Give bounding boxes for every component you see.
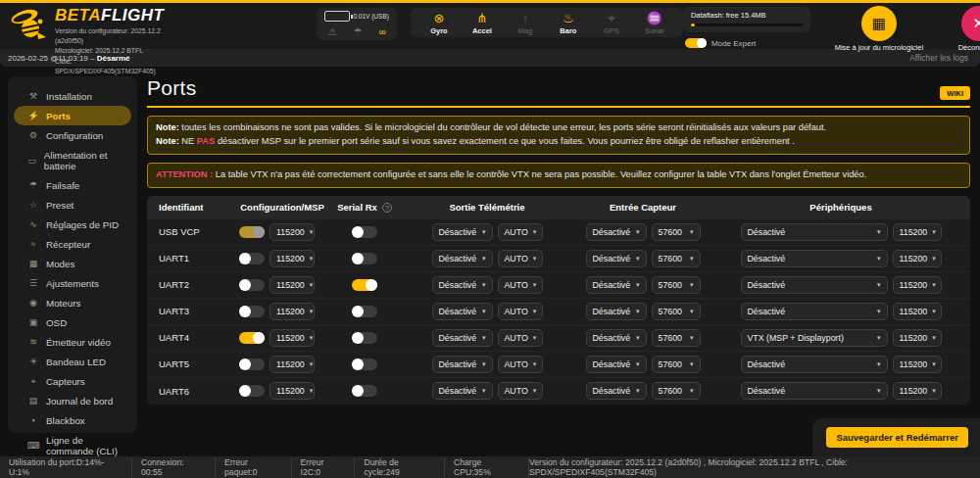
msp-toggle[interactable] (239, 279, 265, 291)
chevron-down-icon: ▾ (636, 228, 640, 236)
serial-rx-toggle[interactable] (352, 385, 377, 397)
sidebar-item-motors[interactable]: ◉Moteurs (14, 293, 131, 312)
sidebar-item-vtx[interactable]: ≋Émetteur vidéo (14, 332, 131, 352)
telemetry-baud-select[interactable]: AUTO▾ (498, 276, 543, 294)
telemetry-cell: Désactivé▾AUTO▾ (400, 303, 574, 320)
dataflash-panel: Dataflash: free 15.4MB (683, 7, 810, 32)
peripherals-select[interactable]: Désactivé▾ (741, 356, 888, 373)
msp-toggle[interactable] (239, 306, 265, 317)
serial-rx-toggle[interactable] (352, 253, 377, 264)
telemetry-baud-select[interactable]: AUTO▾ (498, 356, 543, 373)
sensor-input-select[interactable]: Désactivé▾ (586, 356, 647, 373)
msp-baud-select[interactable]: 115200▾ (270, 250, 315, 267)
sensor-input-select[interactable]: Désactivé▾ (586, 329, 647, 347)
sidebar-item-preset[interactable]: ☆Preset (14, 195, 131, 215)
sensor-baud-select[interactable]: 57600▾ (652, 356, 701, 373)
telemetry-select[interactable]: Désactivé▾ (432, 276, 493, 294)
msp-baud-select[interactable]: 115200▾ (270, 303, 315, 320)
sidebar-item-failsafe[interactable]: ☂Failsafe (14, 175, 131, 195)
msp-toggle[interactable] (239, 385, 265, 397)
msp-toggle[interactable] (239, 332, 265, 344)
peripherals-select[interactable]: Désactivé▾ (741, 250, 888, 267)
help-icon[interactable]: ? (382, 203, 392, 213)
msp-toggle[interactable] (239, 226, 265, 238)
select-value: 57600 (659, 307, 682, 316)
msp-toggle[interactable] (239, 253, 265, 264)
show-logs-link[interactable]: Afficher les logs (909, 53, 968, 63)
sensor-baud-select[interactable]: 57600▾ (652, 303, 701, 320)
telemetry-baud-select[interactable]: AUTO▾ (498, 303, 543, 320)
msp-baud-select[interactable]: 115200▾ (270, 356, 315, 373)
telemetry-select[interactable]: Désactivé▾ (432, 382, 493, 400)
peripherals-select[interactable]: Désactivé▾ (741, 223, 888, 241)
msp-baud-select[interactable]: 115200▾ (270, 329, 315, 347)
sensor-input-select[interactable]: Désactivé▾ (586, 250, 647, 267)
sensor-input-select[interactable]: Désactivé▾ (586, 223, 647, 241)
footer-stat: Charge CPU:35% (445, 457, 529, 477)
sidebar-item-blackbox[interactable]: ▪Blackbox (14, 410, 131, 430)
save-and-reboot-button[interactable]: Sauvegarder et Redémarrer (826, 427, 968, 448)
sidebar-item-adjustments[interactable]: ☰Ajustements (14, 273, 131, 293)
serial-rx-toggle[interactable] (352, 279, 377, 291)
msp-baud-select[interactable]: 115200▾ (270, 276, 315, 294)
sidebar-item-osd[interactable]: ▣OSD (14, 312, 131, 332)
sidebar-item-ledstrip[interactable]: ☀Bandeau LED (14, 352, 131, 371)
peripherals-baud-select[interactable]: 115200▾ (893, 329, 942, 347)
msp-baud-select[interactable]: 115200▾ (270, 223, 315, 241)
telemetry-baud-select[interactable]: AUTO▾ (498, 329, 543, 347)
sensor-baud-select[interactable]: 57600▾ (652, 382, 701, 400)
peripherals-baud-select[interactable]: 115200▾ (893, 303, 942, 320)
telemetry-cell: Désactivé▾AUTO▾ (400, 250, 574, 267)
sensor-input-select[interactable]: Désactivé▾ (586, 382, 647, 400)
peripherals-select[interactable]: Désactivé▾ (741, 382, 888, 400)
chevron-down-icon: ▾ (690, 281, 694, 289)
toggle-knob (239, 306, 251, 317)
sensor-baud-select[interactable]: 57600▾ (652, 276, 701, 294)
sensor-input-select[interactable]: Désactivé▾ (586, 276, 647, 294)
chevron-down-icon: ▾ (533, 228, 537, 236)
peripherals-select[interactable]: VTX (MSP + Displayport)▾ (741, 329, 888, 347)
chevron-down-icon: ▾ (636, 387, 640, 395)
disconnect-button[interactable]: ✕ Déconnecter (948, 5, 980, 52)
expert-mode-toggle[interactable] (685, 38, 707, 48)
peripherals-baud-select[interactable]: 115200▾ (893, 276, 942, 294)
sensor-baud-select[interactable]: 57600▾ (652, 329, 701, 347)
peripherals-baud-select[interactable]: 115200▾ (893, 223, 942, 241)
sensor-input-select[interactable]: Désactivé▾ (586, 303, 647, 320)
telemetry-baud-select[interactable]: AUTO▾ (498, 223, 543, 241)
sidebar-item-configuration[interactable]: ⚙Configuration (14, 125, 131, 145)
serial-rx-toggle[interactable] (352, 226, 377, 238)
telemetry-select[interactable]: Désactivé▾ (432, 329, 493, 347)
telemetry-baud-select[interactable]: AUTO▾ (498, 382, 543, 400)
peripherals-baud-select[interactable]: 115200▾ (893, 356, 942, 373)
note-line-2: Note: NE PAS désactiver MSP sur le premi… (156, 135, 961, 149)
telemetry-select[interactable]: Désactivé▾ (432, 250, 493, 267)
sidebar-item-power[interactable]: ▭Alimentation et batterie (14, 145, 131, 175)
sensor-baud-select[interactable]: 57600▾ (652, 223, 701, 241)
telemetry-select[interactable]: Désactivé▾ (432, 303, 493, 320)
sidebar-item-ports[interactable]: ⚡Ports (14, 106, 131, 125)
peripherals-baud-select[interactable]: 115200▾ (893, 250, 942, 267)
telemetry-select[interactable]: Désactivé▾ (432, 356, 493, 373)
wiki-button[interactable]: WIKI (940, 86, 970, 100)
sidebar-item-pid[interactable]: ∿Réglages de PID (14, 215, 131, 234)
sidebar-item-modes[interactable]: ▦Modes (14, 254, 131, 273)
telemetry-select[interactable]: Désactivé▾ (432, 223, 493, 241)
firmware-flasher-button[interactable]: ▦ Mise à jour du micrologiciel (824, 5, 934, 52)
msp-toggle[interactable] (239, 358, 265, 370)
msp-baud-select[interactable]: 115200▾ (270, 382, 315, 400)
sidebar-item-receiver[interactable]: ≈Récepteur (14, 234, 131, 254)
serial-rx-toggle[interactable] (352, 358, 377, 370)
sidebar-item-setup[interactable]: ⚒Installation (14, 86, 131, 106)
select-value: AUTO (505, 254, 528, 263)
peripherals-select[interactable]: Désactivé▾ (741, 276, 888, 294)
sensor-baud-select[interactable]: 57600▾ (652, 250, 701, 267)
serial-rx-toggle[interactable] (352, 332, 377, 344)
serial-rx-toggle[interactable] (352, 306, 377, 317)
toggle-knob (253, 332, 265, 344)
peripherals-select[interactable]: Désactivé▾ (741, 303, 888, 320)
sidebar-item-sensors[interactable]: ⌖Capteurs (14, 371, 131, 391)
telemetry-baud-select[interactable]: AUTO▾ (498, 250, 543, 267)
peripherals-baud-select[interactable]: 115200▾ (893, 382, 942, 400)
sidebar-item-logging[interactable]: ▤Journal de bord (14, 391, 131, 410)
